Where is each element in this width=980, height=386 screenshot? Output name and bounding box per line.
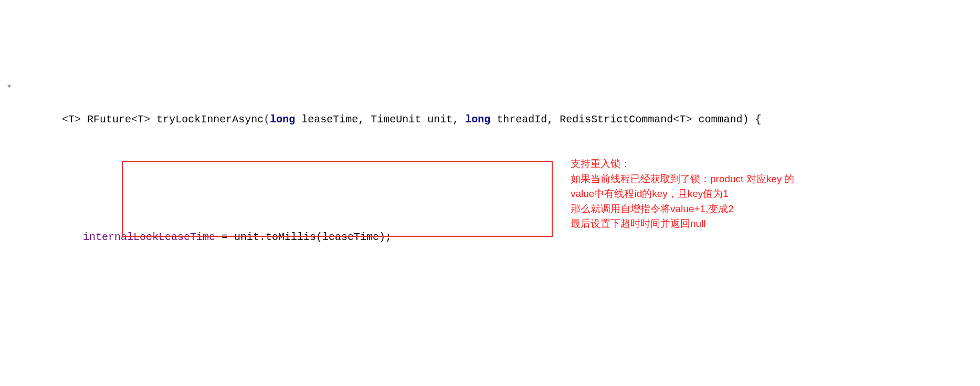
code-editor: ▼ <T> RFuture<T> tryLockInnerAsync(long … bbox=[0, 0, 980, 386]
annotation-line: 那么就调用自增指令将value+1,变成2 bbox=[571, 202, 823, 217]
annotation-line: 支持重入锁： bbox=[571, 157, 823, 172]
annotation-line: 最后设置下超时时间并返回null bbox=[571, 216, 823, 232]
code-line: ▼ <T> RFuture<T> tryLockInnerAsync(long … bbox=[0, 78, 980, 145]
fold-arrow-icon[interactable]: ▼ bbox=[7, 82, 11, 92]
code-line: internalLockLeaseTime = unit.toMillis(le… bbox=[0, 212, 980, 263]
code-line bbox=[0, 330, 980, 347]
annotation-text: 支持重入锁： 如果当前线程已经获取到了锁：product 对应key 的 val… bbox=[571, 157, 823, 232]
annotation-line: value中有线程id的key，且key值为1 bbox=[571, 186, 823, 202]
annotation-line: 如果当前线程已经获取到了锁：product 对应key 的 bbox=[571, 172, 823, 187]
